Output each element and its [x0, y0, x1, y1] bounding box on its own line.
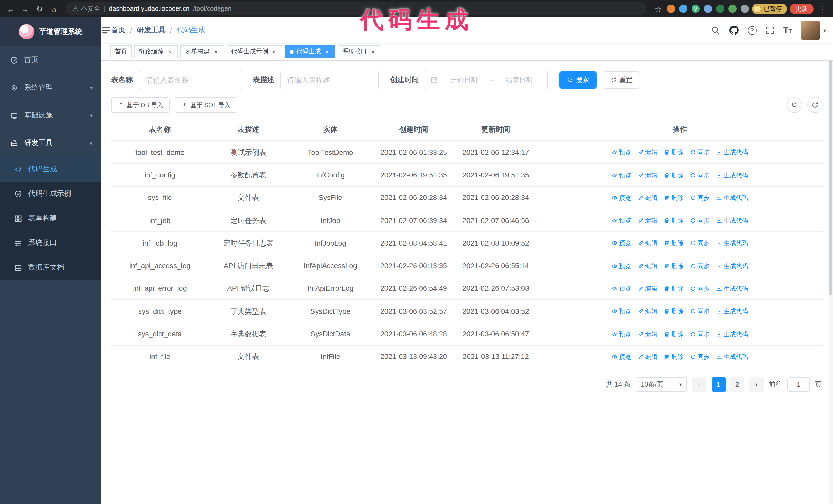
- generate-code-link[interactable]: 生成代码: [716, 329, 748, 340]
- delete-link[interactable]: 删除: [664, 329, 684, 340]
- fullscreen-icon[interactable]: [765, 26, 775, 35]
- create-time-range-picker[interactable]: 开始日期 - 结束日期: [425, 71, 548, 89]
- fox-extension-icon[interactable]: [667, 5, 675, 13]
- tab[interactable]: 代码生成示例×: [227, 45, 282, 58]
- sync-link[interactable]: 同步: [690, 147, 710, 158]
- profile-paused-badge[interactable]: 已暂停: [752, 3, 787, 14]
- sidebar-item[interactable]: 基础设施▾: [0, 101, 101, 129]
- tab[interactable]: 首页: [110, 45, 132, 58]
- generate-code-link[interactable]: 生成代码: [716, 238, 748, 249]
- delete-link[interactable]: 删除: [664, 283, 684, 294]
- font-size-icon[interactable]: TT: [783, 26, 792, 34]
- sidebar-subitem[interactable]: 代码生成示例: [0, 182, 101, 206]
- prev-page-button[interactable]: ‹: [692, 377, 706, 392]
- generate-code-link[interactable]: 生成代码: [716, 215, 748, 226]
- security-chip[interactable]: ⚠ 不安全: [73, 4, 100, 13]
- edit-link[interactable]: 编辑: [638, 329, 658, 340]
- breadcrumb-item[interactable]: 研发工具: [137, 26, 166, 35]
- vue-devtools-extension-icon[interactable]: V: [691, 5, 700, 13]
- edit-link[interactable]: 编辑: [638, 351, 658, 362]
- address-bar[interactable]: ⚠ 不安全 | dashboard.yudao.iocoder.cn/tool/…: [66, 2, 646, 16]
- edit-link[interactable]: 编辑: [638, 261, 658, 272]
- close-icon[interactable]: ×: [166, 48, 173, 55]
- edit-link[interactable]: 编辑: [638, 306, 658, 317]
- delete-link[interactable]: 删除: [664, 351, 684, 362]
- sidebar-item[interactable]: 系统管理▾: [0, 74, 101, 101]
- tab[interactable]: 表单构建×: [181, 45, 224, 58]
- delete-link[interactable]: 删除: [664, 261, 684, 272]
- import-sql-button[interactable]: 基于 SQL 导入: [175, 97, 237, 113]
- sidebar-subitem[interactable]: 代码生成: [0, 157, 101, 182]
- bookmark-star-icon[interactable]: ☆: [652, 5, 664, 13]
- preview-link[interactable]: 预览: [611, 147, 631, 158]
- sync-link[interactable]: 同步: [690, 238, 710, 249]
- close-icon[interactable]: ×: [212, 48, 219, 55]
- teal-badge-extension-icon[interactable]: [716, 5, 724, 13]
- preview-link[interactable]: 预览: [611, 238, 631, 249]
- tab[interactable]: 代码生成×: [285, 45, 335, 58]
- edit-link[interactable]: 编辑: [638, 192, 658, 203]
- sync-link[interactable]: 同步: [690, 283, 710, 294]
- delete-link[interactable]: 删除: [664, 215, 684, 226]
- home-icon[interactable]: ⌂: [48, 5, 60, 13]
- leaf-extension-icon[interactable]: [729, 5, 737, 13]
- preview-link[interactable]: 预览: [611, 215, 631, 226]
- refresh-table-button[interactable]: [807, 97, 823, 113]
- chrome-update-button[interactable]: 更新: [790, 3, 813, 14]
- sidebar-item[interactable]: 首页: [0, 46, 101, 74]
- app-logo[interactable]: 芋道管理系统: [0, 18, 101, 46]
- delete-link[interactable]: 删除: [664, 238, 684, 249]
- reset-button[interactable]: 重置: [603, 71, 640, 89]
- github-icon[interactable]: [729, 25, 739, 35]
- sync-link[interactable]: 同步: [690, 261, 710, 272]
- preview-link[interactable]: 预览: [611, 351, 631, 362]
- sidebar-subitem[interactable]: 系统接口: [0, 231, 101, 255]
- delete-link[interactable]: 删除: [664, 192, 684, 203]
- close-icon[interactable]: ×: [324, 48, 331, 55]
- close-icon[interactable]: ×: [370, 48, 377, 55]
- sidebar-subitem[interactable]: 数据库文档: [0, 255, 101, 280]
- edit-link[interactable]: 编辑: [638, 238, 658, 249]
- water-drop-extension-icon[interactable]: [679, 5, 687, 13]
- edit-link[interactable]: 编辑: [638, 215, 658, 226]
- toggle-search-button[interactable]: [787, 97, 802, 113]
- delete-link[interactable]: 删除: [664, 306, 684, 317]
- page-button[interactable]: 2: [730, 377, 744, 392]
- preview-link[interactable]: 预览: [611, 283, 631, 294]
- table-name-input[interactable]: [139, 71, 241, 89]
- goto-page-input[interactable]: [787, 377, 810, 392]
- import-db-button[interactable]: 基于 DB 导入: [111, 97, 170, 113]
- generate-code-link[interactable]: 生成代码: [716, 351, 748, 362]
- tab[interactable]: 链路追踪×: [134, 45, 178, 58]
- generate-code-link[interactable]: 生成代码: [716, 147, 748, 158]
- search-button[interactable]: 搜索: [559, 71, 597, 89]
- page-button[interactable]: 1: [712, 377, 726, 392]
- puzzle-extension-icon[interactable]: [741, 5, 749, 13]
- sync-link[interactable]: 同步: [690, 351, 710, 362]
- edit-link[interactable]: 编辑: [638, 169, 658, 181]
- sync-link[interactable]: 同步: [690, 306, 710, 317]
- preview-link[interactable]: 预览: [611, 261, 631, 272]
- sync-link[interactable]: 同步: [690, 215, 710, 226]
- next-page-button[interactable]: ›: [749, 377, 764, 392]
- sidebar-subitem[interactable]: 表单构建: [0, 206, 101, 231]
- preview-link[interactable]: 预览: [611, 329, 631, 340]
- sidebar-item[interactable]: 研发工具▾: [0, 129, 101, 157]
- preview-link[interactable]: 预览: [611, 169, 631, 181]
- preview-link[interactable]: 预览: [611, 192, 631, 203]
- search-icon[interactable]: [711, 26, 720, 35]
- hamburger-icon[interactable]: [101, 25, 111, 35]
- page-scrollbar[interactable]: [829, 18, 833, 504]
- page-size-select[interactable]: 10条/页 ▾: [636, 377, 687, 392]
- close-icon[interactable]: ×: [271, 48, 278, 55]
- sync-link[interactable]: 同步: [690, 169, 710, 181]
- generate-code-link[interactable]: 生成代码: [716, 306, 748, 317]
- help-icon[interactable]: ?: [748, 26, 757, 34]
- generate-code-link[interactable]: 生成代码: [716, 192, 748, 203]
- contacts-extension-icon[interactable]: [704, 5, 712, 13]
- table-desc-input[interactable]: [280, 71, 379, 89]
- reload-icon[interactable]: ↻: [34, 5, 45, 13]
- user-menu[interactable]: ▾: [801, 21, 826, 40]
- generate-code-link[interactable]: 生成代码: [716, 261, 748, 272]
- edit-link[interactable]: 编辑: [638, 283, 658, 294]
